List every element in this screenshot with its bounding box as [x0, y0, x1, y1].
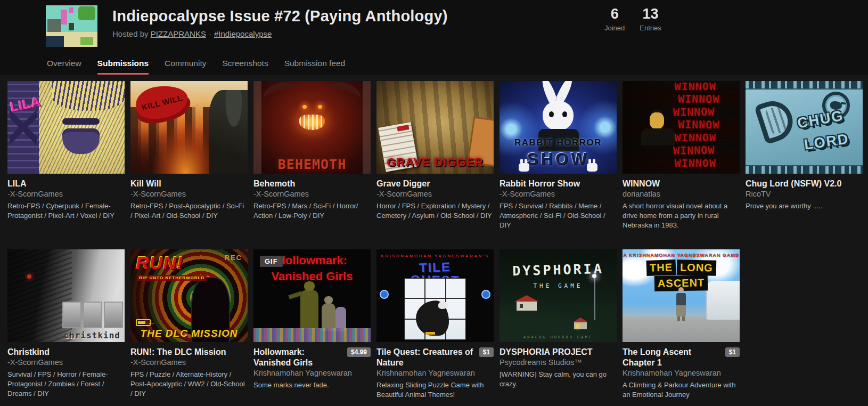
thumb-logo-text: RABBIT HORROR: [499, 137, 617, 148]
hosted-by-prefix: Hosted by: [112, 29, 149, 38]
game-author[interactable]: -X-ScornGames: [130, 358, 186, 367]
game-title[interactable]: Tile Quest: Creatures of Nature: [376, 347, 476, 368]
hashtag-link[interactable]: #Indiepocalypse: [214, 29, 272, 38]
house-art: [517, 302, 537, 311]
game-thumbnail[interactable]: Hollowmark: Vanished Girls GIF: [253, 249, 371, 342]
game-title[interactable]: Chug Lord (NSFW) V2.0: [746, 178, 863, 189]
hosted-by-line: Hosted by PIZZAPRANKS·#Indiepocalypse: [112, 29, 868, 38]
game-card: BEHEMOTH Behemoth -X-ScornGames Retro-FP…: [253, 81, 371, 230]
game-thumbnail[interactable]: RABBIT HORROR SHOW: [499, 81, 617, 174]
game-card: DYSPHORIA THE GAME ANALOG HORROR GAME DY…: [499, 249, 617, 400]
game-thumbnail[interactable]: CHUG LORD: [746, 81, 863, 174]
game-thumbnail[interactable]: LILA: [7, 81, 125, 174]
game-author[interactable]: -X-ScornGames: [253, 190, 309, 198]
jam-stats: 6 Joined 13 Entries: [604, 6, 661, 32]
game-thumbnail[interactable]: GRAVE DIGGER: [376, 81, 494, 174]
game-description: [WARNING] Stay calm, you can go crazy.: [499, 370, 617, 389]
house-art: [574, 322, 587, 329]
thumb-caption-text: ANALOG HORROR GAME: [499, 335, 617, 339]
game-thumbnail[interactable]: KILL WILL: [130, 81, 248, 174]
game-tags: Retro-FPS / Post-Apocalyptic / Sci-Fi / …: [130, 201, 248, 221]
tab-screenshots[interactable]: Screenshots: [222, 59, 268, 75]
climber-art: [676, 293, 686, 316]
game-tags: Retro-FPS / Mars / Sci-Fi / Horror/ Acti…: [253, 201, 371, 221]
entries-count: 13: [640, 6, 661, 22]
game-thumbnail[interactable]: BEHEMOTH: [253, 81, 371, 174]
game-author[interactable]: Krishnamohan Yagneswaran: [253, 369, 352, 377]
game-thumbnail[interactable]: WINNOWWINNOWWINNOWWINNOWWINNOWWINNOWWINN…: [623, 81, 740, 174]
game-thumbnail[interactable]: DYSPHORIA THE GAME ANALOG HORROR GAME: [499, 249, 617, 342]
beer-mug-art: [754, 96, 798, 144]
game-author[interactable]: RicoTV: [746, 190, 771, 198]
page-title: Indiepocalypse Issue #72 (Paying Antholo…: [112, 7, 868, 25]
game-thumbnail[interactable]: RUN! RIP UNTO NETHERWORLD REC THE DLC MI…: [130, 249, 248, 342]
thumb-logo-text: GRAVE DIGGER: [376, 156, 494, 169]
thumb-logo-text: DYSPHORIA: [499, 261, 617, 279]
game-tags: Retro-FPS / Cyberpunk / Female-Protagoni…: [7, 201, 125, 221]
thumb-subtitle-text: RIP UNTO NETHERWORLD: [137, 275, 207, 281]
game-title[interactable]: DYSPHORIA PROJECT: [499, 347, 617, 358]
jam-banner: Indiepocalypse Issue #72 (Paying Antholo…: [0, 0, 868, 53]
thumb-subtitle-text: THE GAME: [499, 282, 617, 289]
game-card: WINNOWWINNOWWINNOWWINNOWWINNOWWINNOWWINN…: [623, 81, 740, 230]
joined-count: 6: [604, 6, 625, 22]
game-description: A short horror visual novel about a driv…: [623, 201, 740, 230]
game-author[interactable]: -X-ScornGames: [7, 190, 63, 198]
loading-icon: [380, 290, 389, 299]
host-link[interactable]: PIZZAPRANKS: [151, 29, 206, 38]
game-author[interactable]: Psycodreams Studios™: [499, 358, 582, 367]
jam-tab-bar: Overview Submissions Community Screensho…: [0, 53, 868, 75]
game-title[interactable]: Rabbit Horror Show: [499, 178, 617, 189]
tab-overview[interactable]: Overview: [47, 59, 81, 75]
lamp-post-art: [594, 276, 595, 320]
game-author[interactable]: -X-ScornGames: [376, 190, 432, 198]
game-description: A Climbing & Parkour Adventure with an E…: [623, 380, 740, 400]
tab-community[interactable]: Community: [165, 59, 206, 75]
game-title[interactable]: Christkind: [7, 347, 125, 358]
game-author[interactable]: -X-ScornGames: [130, 190, 186, 198]
game-card: GRAVE DIGGER Grave Digger -X-ScornGames …: [376, 81, 494, 230]
tab-submissions[interactable]: Submissions: [97, 59, 149, 75]
price-badge: $1: [479, 347, 494, 357]
game-author[interactable]: -X-ScornGames: [7, 358, 63, 367]
tab-submission-feed[interactable]: Submission feed: [284, 59, 346, 75]
game-description: Relaxing Sliding Puzzle Game with Beauti…: [376, 380, 494, 400]
game-author[interactable]: Krishnamohan Yagneswaran: [623, 369, 721, 377]
rec-indicator: REC: [225, 254, 242, 262]
game-tags: Survival / FPS / Horror / Female-Protago…: [7, 370, 125, 399]
gif-badge: GIF: [260, 256, 283, 267]
thumb-logo-text: KILL WILL: [141, 93, 183, 111]
game-author[interactable]: dorianatlas: [623, 190, 660, 198]
game-card: KILL WILL Kill Will -X-ScornGames Retro-…: [130, 81, 248, 230]
game-title[interactable]: LILA: [7, 178, 125, 189]
game-card: RUN! RIP UNTO NETHERWORLD REC THE DLC MI…: [130, 249, 248, 400]
thumb-logo-text: SHOW: [499, 150, 617, 169]
game-card: RABBIT HORROR SHOW Rabbit Horror Show -X…: [499, 81, 617, 230]
thumb-logo-text: THELONGASCENT: [623, 260, 740, 291]
thumb-logo-text: LORD: [803, 131, 850, 153]
eagle-art: [416, 301, 449, 336]
game-title[interactable]: The Long Ascent Chapter 1: [623, 347, 722, 368]
stat-entries: 13 Entries: [640, 6, 661, 32]
game-title[interactable]: Behemoth: [253, 178, 371, 189]
game-author[interactable]: Krishnamohan Yagneswaran: [376, 369, 475, 377]
game-thumbnail[interactable]: KRISHNAMOHAN YAGNESWARAN'S TILE QUEST: [376, 249, 494, 342]
thumb-byline-text: KRISHNAMOHAN YAGNESWARAN'S: [376, 254, 494, 258]
game-author[interactable]: -X-ScornGames: [499, 190, 555, 198]
game-thumbnail[interactable]: A KRISHNAMOHAN YAGNESWARAN GAME THELONGA…: [623, 249, 740, 342]
game-title[interactable]: Hollowmark: Vanished Girls: [253, 347, 344, 368]
game-title[interactable]: RUN!: The DLC Mission: [130, 347, 248, 358]
price-badge: $4.99: [347, 347, 371, 357]
game-title[interactable]: Grave Digger: [376, 178, 494, 189]
thumb-logo-text: WINNOWWINNOWWINNOWWINNOWWINNOWWINNOWWINN…: [675, 81, 735, 169]
thumb-logo-text: CHUG: [796, 108, 845, 132]
game-title[interactable]: Kill Will: [130, 178, 248, 189]
entries-label: Entries: [640, 24, 661, 32]
jam-logo[interactable]: [46, 5, 97, 47]
stat-joined: 6 Joined: [604, 6, 625, 32]
game-description: Prove you are worthy .....: [746, 201, 863, 211]
game-tags: FPS / Puzzle / Alternate-History / Post-…: [130, 370, 248, 399]
thumb-logo-text: RUN!: [136, 253, 183, 273]
game-thumbnail[interactable]: christkind: [7, 249, 125, 342]
game-title[interactable]: WINNOW: [623, 178, 740, 189]
